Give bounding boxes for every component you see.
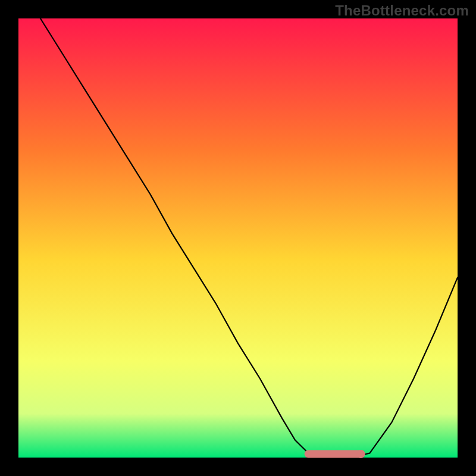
plot-gradient-background <box>18 18 458 458</box>
watermark-text: TheBottleneck.com <box>335 2 469 19</box>
chart-frame: TheBottleneck.com <box>0 0 476 476</box>
current-config-point <box>357 450 365 458</box>
bottleneck-chart <box>0 0 476 476</box>
